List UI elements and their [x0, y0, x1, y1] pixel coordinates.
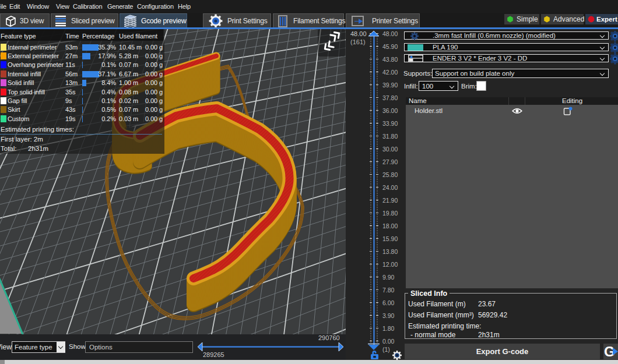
svg-text:290760: 290760 — [318, 334, 340, 341]
svg-text:48.00: 48.00 — [350, 30, 367, 37]
svg-text:(161): (161) — [350, 38, 366, 45]
svg-text:289265: 289265 — [203, 351, 224, 358]
